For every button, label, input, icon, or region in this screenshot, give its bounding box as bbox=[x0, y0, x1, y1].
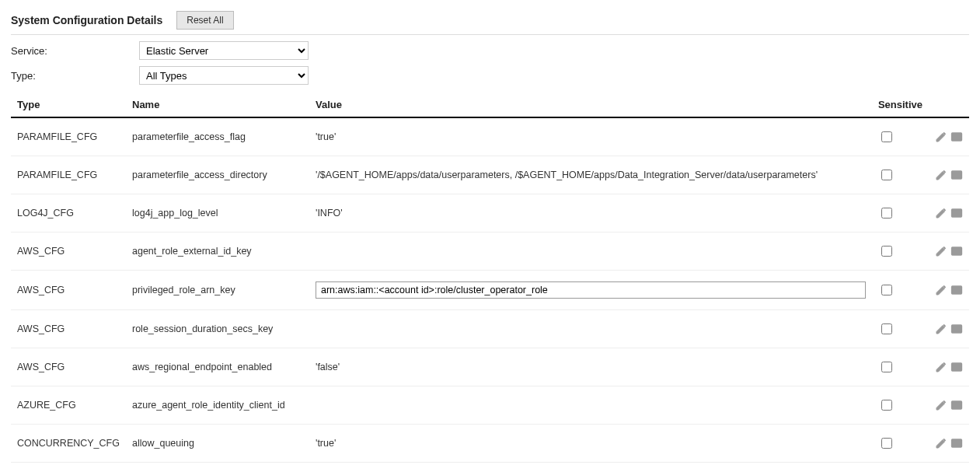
reset-icon[interactable] bbox=[950, 361, 963, 373]
sensitive-checkbox[interactable] bbox=[881, 170, 892, 180]
table-header-row: Type Name Value Sensitive bbox=[11, 93, 969, 117]
reset-icon[interactable] bbox=[950, 323, 963, 335]
pencil-icon[interactable] bbox=[935, 131, 947, 143]
table-row: AWS_CFGprivileged_role_arn_key bbox=[11, 271, 969, 310]
cell-type: PARAMFILE_CFG bbox=[11, 117, 126, 156]
table-row: AWS_CFGagent_role_external_id_key bbox=[11, 232, 969, 271]
reset-icon[interactable] bbox=[950, 169, 963, 181]
svg-rect-9 bbox=[952, 247, 962, 255]
cell-actions bbox=[929, 194, 969, 232]
pencil-icon[interactable] bbox=[935, 207, 947, 219]
cell-type: AWS_CFG bbox=[11, 232, 126, 271]
table-row: AWS_CFGaws_regional_endpoint_enabled'fal… bbox=[11, 348, 969, 386]
svg-rect-11 bbox=[957, 250, 960, 253]
pencil-icon[interactable] bbox=[935, 361, 947, 373]
svg-rect-26 bbox=[957, 442, 960, 445]
cell-sensitive bbox=[872, 232, 929, 271]
header-row: System Configuration Details Reset All bbox=[11, 11, 969, 30]
col-header-actions bbox=[929, 93, 969, 117]
cell-sensitive bbox=[872, 194, 929, 232]
cell-name: allow_queuing bbox=[126, 425, 309, 463]
cell-actions bbox=[929, 348, 969, 386]
cell-actions bbox=[929, 156, 969, 194]
cell-actions bbox=[929, 232, 969, 271]
reset-icon[interactable] bbox=[950, 131, 963, 143]
svg-rect-4 bbox=[954, 173, 956, 177]
cell-type: AZURE_CFG bbox=[11, 386, 126, 425]
cell-sensitive bbox=[872, 310, 929, 348]
pencil-icon[interactable] bbox=[935, 437, 947, 449]
sensitive-checkbox[interactable] bbox=[881, 246, 892, 257]
svg-rect-8 bbox=[957, 212, 960, 215]
cell-name: log4j_app_log_level bbox=[126, 194, 309, 232]
cell-actions bbox=[929, 271, 969, 310]
svg-rect-24 bbox=[952, 439, 962, 447]
reset-icon[interactable] bbox=[950, 399, 963, 411]
pencil-icon[interactable] bbox=[935, 399, 947, 411]
table-row: PARAMFILE_CFGparameterfile_access_flag't… bbox=[11, 117, 969, 156]
svg-rect-22 bbox=[954, 404, 956, 407]
reset-all-button[interactable]: Reset All bbox=[176, 11, 233, 30]
svg-rect-25 bbox=[954, 442, 956, 445]
svg-rect-17 bbox=[957, 327, 960, 330]
col-header-type: Type bbox=[11, 93, 126, 117]
cell-sensitive bbox=[872, 117, 929, 156]
cell-name: aws_regional_endpoint_enabled bbox=[126, 348, 309, 386]
cell-name: privileged_role_arn_key bbox=[126, 271, 309, 310]
pencil-icon[interactable] bbox=[935, 245, 947, 257]
sensitive-checkbox[interactable] bbox=[881, 323, 892, 334]
cell-actions bbox=[929, 386, 969, 425]
svg-rect-7 bbox=[954, 212, 956, 215]
cell-value: '/$AGENT_HOME/apps/data/userparameters, … bbox=[309, 156, 872, 194]
cell-value: 'true' bbox=[309, 425, 872, 463]
svg-rect-23 bbox=[957, 404, 960, 407]
svg-rect-20 bbox=[957, 365, 960, 369]
cell-value: 'false' bbox=[309, 348, 872, 386]
cell-value bbox=[309, 310, 872, 348]
cell-value: 'INFO' bbox=[309, 194, 872, 232]
svg-rect-13 bbox=[954, 288, 956, 292]
cell-name: role_session_duration_secs_key bbox=[126, 310, 309, 348]
svg-rect-19 bbox=[954, 365, 956, 369]
sensitive-checkbox[interactable] bbox=[881, 208, 892, 219]
svg-rect-10 bbox=[954, 250, 956, 253]
cell-name: max_concurrent_jobs bbox=[126, 463, 309, 466]
pencil-icon[interactable] bbox=[935, 284, 947, 296]
type-label: Type: bbox=[11, 70, 139, 82]
cell-value bbox=[309, 386, 872, 425]
reset-icon[interactable] bbox=[950, 437, 963, 449]
cell-type: PARAMFILE_CFG bbox=[11, 156, 126, 194]
cell-value: 'true' bbox=[309, 117, 872, 156]
sensitive-checkbox[interactable] bbox=[881, 285, 892, 295]
svg-rect-21 bbox=[952, 401, 962, 409]
sensitive-checkbox[interactable] bbox=[881, 131, 892, 142]
type-select[interactable]: All Types bbox=[139, 66, 309, 85]
value-input[interactable] bbox=[316, 281, 866, 299]
cell-value bbox=[309, 232, 872, 271]
table-row: AWS_CFGrole_session_duration_secs_key bbox=[11, 310, 969, 348]
cell-type: AWS_CFG bbox=[11, 348, 126, 386]
sensitive-checkbox[interactable] bbox=[881, 438, 892, 449]
pencil-icon[interactable] bbox=[935, 169, 947, 181]
cell-sensitive bbox=[872, 386, 929, 425]
cell-sensitive bbox=[872, 348, 929, 386]
svg-rect-16 bbox=[954, 327, 956, 330]
cell-type: CONCURRENCY_CFG bbox=[11, 463, 126, 466]
pencil-icon[interactable] bbox=[935, 323, 947, 335]
service-select[interactable]: Elastic Server bbox=[139, 41, 309, 60]
cell-name: azure_agent_role_identity_client_id bbox=[126, 386, 309, 425]
cell-name: parameterfile_access_directory bbox=[126, 156, 309, 194]
config-table: Type Name Value Sensitive PARAMFILE_CFGp… bbox=[11, 93, 969, 465]
cell-sensitive bbox=[872, 271, 929, 310]
table-row: CONCURRENCY_CFGmax_concurrent_jobs bbox=[11, 463, 969, 466]
svg-rect-12 bbox=[952, 286, 962, 294]
cell-sensitive bbox=[872, 425, 929, 463]
table-row: PARAMFILE_CFGparameterfile_access_direct… bbox=[11, 156, 969, 194]
cell-value bbox=[309, 463, 872, 466]
sensitive-checkbox[interactable] bbox=[881, 362, 892, 372]
cell-actions bbox=[929, 463, 969, 466]
reset-icon[interactable] bbox=[950, 207, 963, 219]
reset-icon[interactable] bbox=[950, 245, 963, 257]
sensitive-checkbox[interactable] bbox=[881, 400, 892, 411]
reset-icon[interactable] bbox=[950, 284, 963, 296]
